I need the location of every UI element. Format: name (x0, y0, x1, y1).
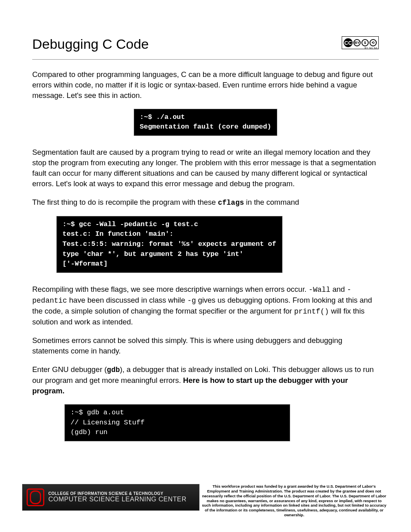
page-title: Debugging C Code (32, 36, 149, 52)
footer-disclaimer: This workforce product was funded by a g… (199, 484, 389, 517)
terminal-segfault: :~$ ./a.out Segmentation fault (core dum… (134, 109, 277, 136)
terminal-gdb: :~$ gdb a.out // Licensing Stuff (gdb) r… (64, 404, 290, 441)
terminal-gcc: :~$ gcc -Wall -pedantic -g test.c test.c… (56, 216, 282, 273)
printf-code: printf() (294, 308, 329, 316)
gdb-code: gdb (107, 366, 120, 374)
sa-icon: ⟲ (369, 39, 377, 46)
p4a: Recompiling with these flags, we see mor… (32, 285, 309, 293)
page-content: Debugging C Code CC BY $ ⟲ BY NC SA Comp… (0, 0, 411, 441)
debuggers-intro: Sometimes errors cannot be solved this s… (32, 335, 379, 356)
header-row: Debugging C Code CC BY $ ⟲ BY NC SA (32, 36, 379, 52)
logo-text: COLLEGE OF INFORMATION SCIENCE & TECHNOL… (48, 491, 187, 503)
intro-paragraph: Compared to other programming languages,… (32, 69, 379, 101)
g-flag-code: -g (187, 297, 196, 305)
nc-icon: $ (361, 39, 369, 46)
logo-line2: COMPUTER SCIENCE LEARNING CENTER (48, 496, 187, 503)
segfault-explanation: Segmentation fault are caused by a progr… (32, 147, 379, 189)
footer-logo: COLLEGE OF INFORMATION SCIENCE & TECHNOL… (22, 484, 199, 511)
flags-explanation: Recompiling with these flags, we see mor… (32, 284, 379, 327)
cflags-text-b: in the command (244, 198, 299, 206)
p6a: Enter GNU debugger ( (32, 365, 107, 374)
university-logo-icon (27, 488, 44, 506)
p4b: and (330, 285, 347, 293)
cc-sublabel: BY NC SA (365, 47, 378, 49)
by-icon: BY (353, 39, 361, 46)
wall-flag-code: -Wall (309, 286, 330, 294)
gdb-paragraph: Enter GNU debugger (gdb), a debugger tha… (32, 364, 379, 396)
cflags-paragraph: The first thing to do is recompile the p… (32, 197, 379, 208)
cflags-text-a: The first thing to do is recompile the p… (32, 198, 218, 206)
p4c: have been discussed in class while (67, 296, 187, 304)
terminal-wrap-3: :~$ gdb a.out // Licensing Stuff (gdb) r… (32, 404, 379, 441)
logo-line1: COLLEGE OF INFORMATION SCIENCE & TECHNOL… (48, 491, 187, 496)
page-footer: COLLEGE OF INFORMATION SCIENCE & TECHNOL… (22, 484, 389, 517)
header-divider (32, 59, 379, 60)
cflags-code: cflags (218, 199, 244, 207)
terminal-wrap-2: :~$ gcc -Wall -pedantic -g test.c test.c… (32, 216, 379, 273)
terminal-wrap-1: :~$ ./a.out Segmentation fault (core dum… (32, 109, 379, 136)
cc-license-badge: CC BY $ ⟲ BY NC SA (342, 36, 379, 49)
cc-icon: CC (344, 38, 353, 47)
